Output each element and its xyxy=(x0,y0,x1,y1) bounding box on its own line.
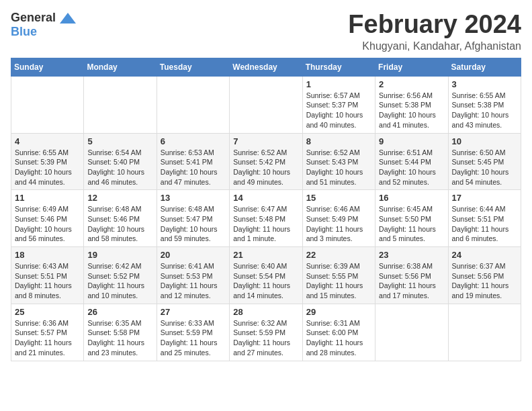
day-info: Sunrise: 6:46 AM Sunset: 5:49 PM Dayligh… xyxy=(306,204,371,244)
weekday-header-friday: Friday xyxy=(375,58,448,76)
day-info: Sunrise: 6:49 AM Sunset: 5:46 PM Dayligh… xyxy=(15,204,80,244)
calendar-cell xyxy=(11,76,84,133)
page-header: General Blue February 2024 Khugyani, Kan… xyxy=(11,11,521,52)
calendar-cell: 28Sunrise: 6:32 AM Sunset: 5:59 PM Dayli… xyxy=(230,304,302,361)
svg-marker-0 xyxy=(60,13,76,24)
calendar-cell: 24Sunrise: 6:37 AM Sunset: 5:56 PM Dayli… xyxy=(448,247,521,304)
calendar-cell xyxy=(375,304,448,361)
day-info: Sunrise: 6:37 AM Sunset: 5:56 PM Dayligh… xyxy=(452,261,517,301)
day-info: Sunrise: 6:38 AM Sunset: 5:56 PM Dayligh… xyxy=(379,261,444,301)
day-number: 14 xyxy=(233,193,298,203)
calendar-cell: 20Sunrise: 6:41 AM Sunset: 5:53 PM Dayli… xyxy=(157,247,229,304)
day-number: 8 xyxy=(306,136,371,146)
calendar-cell xyxy=(448,304,521,361)
weekday-header-monday: Monday xyxy=(84,58,157,76)
logo: General Blue xyxy=(11,11,77,39)
day-number: 20 xyxy=(161,250,226,260)
day-number: 9 xyxy=(379,136,444,146)
day-number: 21 xyxy=(233,250,298,260)
day-info: Sunrise: 6:43 AM Sunset: 5:51 PM Dayligh… xyxy=(15,261,80,301)
calendar-cell: 5Sunrise: 6:54 AM Sunset: 5:40 PM Daylig… xyxy=(84,133,157,190)
calendar-cell: 4Sunrise: 6:55 AM Sunset: 5:39 PM Daylig… xyxy=(11,133,84,190)
day-info: Sunrise: 6:53 AM Sunset: 5:41 PM Dayligh… xyxy=(161,148,226,187)
weekday-header-wednesday: Wednesday xyxy=(230,58,302,76)
logo-icon xyxy=(58,11,77,25)
day-number: 22 xyxy=(306,250,371,260)
logo-blue-text: Blue xyxy=(11,25,37,39)
calendar-cell: 10Sunrise: 6:50 AM Sunset: 5:45 PM Dayli… xyxy=(448,133,521,190)
day-info: Sunrise: 6:36 AM Sunset: 5:57 PM Dayligh… xyxy=(15,318,80,358)
calendar-cell: 3Sunrise: 6:55 AM Sunset: 5:38 PM Daylig… xyxy=(448,76,521,133)
day-number: 24 xyxy=(452,250,517,260)
day-info: Sunrise: 6:41 AM Sunset: 5:53 PM Dayligh… xyxy=(161,261,226,301)
calendar-cell: 2Sunrise: 6:56 AM Sunset: 5:38 PM Daylig… xyxy=(375,76,448,133)
day-number: 6 xyxy=(161,136,226,146)
month-title: February 2024 xyxy=(348,11,521,39)
calendar-cell: 26Sunrise: 6:35 AM Sunset: 5:58 PM Dayli… xyxy=(84,304,157,361)
calendar-week-row: 1Sunrise: 6:57 AM Sunset: 5:37 PM Daylig… xyxy=(11,76,521,133)
calendar-week-row: 25Sunrise: 6:36 AM Sunset: 5:57 PM Dayli… xyxy=(11,304,521,361)
day-number: 13 xyxy=(161,193,226,203)
calendar-cell: 13Sunrise: 6:48 AM Sunset: 5:47 PM Dayli… xyxy=(157,190,229,247)
day-number: 7 xyxy=(233,136,298,146)
day-info: Sunrise: 6:39 AM Sunset: 5:55 PM Dayligh… xyxy=(306,261,371,301)
day-number: 5 xyxy=(87,136,152,146)
calendar-cell: 21Sunrise: 6:40 AM Sunset: 5:54 PM Dayli… xyxy=(230,247,302,304)
calendar-table: SundayMondayTuesdayWednesdayThursdayFrid… xyxy=(11,58,521,361)
day-info: Sunrise: 6:52 AM Sunset: 5:42 PM Dayligh… xyxy=(233,148,298,187)
location-title: Khugyani, Kandahar, Afghanistan xyxy=(348,40,521,52)
calendar-cell: 11Sunrise: 6:49 AM Sunset: 5:46 PM Dayli… xyxy=(11,190,84,247)
day-number: 28 xyxy=(233,307,298,317)
calendar-week-row: 11Sunrise: 6:49 AM Sunset: 5:46 PM Dayli… xyxy=(11,190,521,247)
calendar-cell: 27Sunrise: 6:33 AM Sunset: 5:59 PM Dayli… xyxy=(157,304,229,361)
calendar-cell: 15Sunrise: 6:46 AM Sunset: 5:49 PM Dayli… xyxy=(302,190,375,247)
day-info: Sunrise: 6:48 AM Sunset: 5:46 PM Dayligh… xyxy=(87,204,152,244)
day-info: Sunrise: 6:31 AM Sunset: 6:00 PM Dayligh… xyxy=(306,318,371,358)
day-number: 3 xyxy=(452,79,517,89)
day-info: Sunrise: 6:52 AM Sunset: 5:43 PM Dayligh… xyxy=(306,148,371,187)
day-number: 16 xyxy=(379,193,444,203)
day-info: Sunrise: 6:47 AM Sunset: 5:48 PM Dayligh… xyxy=(233,204,298,244)
day-number: 17 xyxy=(452,193,517,203)
day-number: 18 xyxy=(15,250,80,260)
calendar-cell: 17Sunrise: 6:44 AM Sunset: 5:51 PM Dayli… xyxy=(448,190,521,247)
calendar-cell: 14Sunrise: 6:47 AM Sunset: 5:48 PM Dayli… xyxy=(230,190,302,247)
day-number: 1 xyxy=(306,79,371,89)
weekday-header-tuesday: Tuesday xyxy=(157,58,229,76)
calendar-cell: 16Sunrise: 6:45 AM Sunset: 5:50 PM Dayli… xyxy=(375,190,448,247)
calendar-week-row: 18Sunrise: 6:43 AM Sunset: 5:51 PM Dayli… xyxy=(11,247,521,304)
day-info: Sunrise: 6:54 AM Sunset: 5:40 PM Dayligh… xyxy=(87,148,152,187)
day-info: Sunrise: 6:57 AM Sunset: 5:37 PM Dayligh… xyxy=(306,91,371,130)
calendar-cell: 9Sunrise: 6:51 AM Sunset: 5:44 PM Daylig… xyxy=(375,133,448,190)
weekday-header-thursday: Thursday xyxy=(302,58,375,76)
day-number: 10 xyxy=(452,136,517,146)
day-number: 12 xyxy=(87,193,152,203)
day-info: Sunrise: 6:56 AM Sunset: 5:38 PM Dayligh… xyxy=(379,91,444,130)
day-number: 19 xyxy=(87,250,152,260)
calendar-cell xyxy=(230,76,302,133)
weekday-header-saturday: Saturday xyxy=(448,58,521,76)
day-number: 23 xyxy=(379,250,444,260)
day-number: 26 xyxy=(87,307,152,317)
day-number: 25 xyxy=(15,307,80,317)
day-info: Sunrise: 6:40 AM Sunset: 5:54 PM Dayligh… xyxy=(233,261,298,301)
day-info: Sunrise: 6:50 AM Sunset: 5:45 PM Dayligh… xyxy=(452,148,517,187)
day-info: Sunrise: 6:42 AM Sunset: 5:52 PM Dayligh… xyxy=(87,261,152,301)
day-info: Sunrise: 6:48 AM Sunset: 5:47 PM Dayligh… xyxy=(161,204,226,244)
calendar-cell: 25Sunrise: 6:36 AM Sunset: 5:57 PM Dayli… xyxy=(11,304,84,361)
title-section: February 2024 Khugyani, Kandahar, Afghan… xyxy=(348,11,521,52)
calendar-cell: 1Sunrise: 6:57 AM Sunset: 5:37 PM Daylig… xyxy=(302,76,375,133)
calendar-cell: 29Sunrise: 6:31 AM Sunset: 6:00 PM Dayli… xyxy=(302,304,375,361)
day-info: Sunrise: 6:32 AM Sunset: 5:59 PM Dayligh… xyxy=(233,318,298,358)
day-info: Sunrise: 6:45 AM Sunset: 5:50 PM Dayligh… xyxy=(379,204,444,244)
calendar-cell xyxy=(84,76,157,133)
day-number: 29 xyxy=(306,307,371,317)
day-number: 27 xyxy=(161,307,226,317)
day-number: 15 xyxy=(306,193,371,203)
calendar-cell: 8Sunrise: 6:52 AM Sunset: 5:43 PM Daylig… xyxy=(302,133,375,190)
day-info: Sunrise: 6:33 AM Sunset: 5:59 PM Dayligh… xyxy=(161,318,226,358)
logo-general-text: General xyxy=(11,11,56,25)
calendar-cell: 23Sunrise: 6:38 AM Sunset: 5:56 PM Dayli… xyxy=(375,247,448,304)
day-info: Sunrise: 6:35 AM Sunset: 5:58 PM Dayligh… xyxy=(87,318,152,358)
day-info: Sunrise: 6:55 AM Sunset: 5:39 PM Dayligh… xyxy=(15,148,80,187)
